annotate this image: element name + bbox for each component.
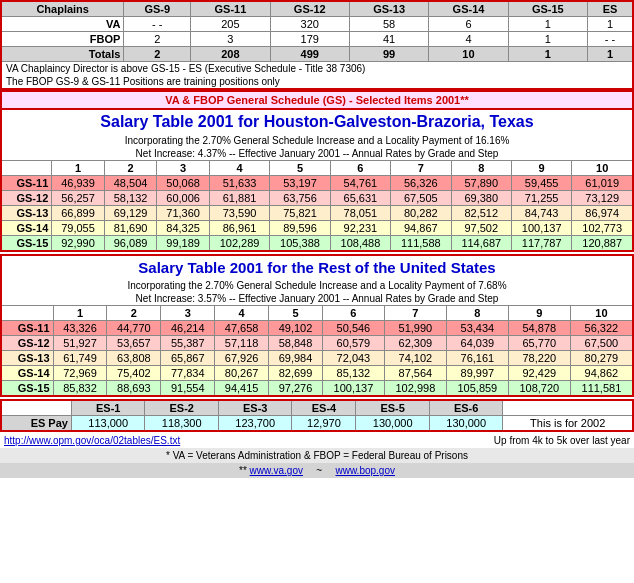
step-9: 9 (511, 161, 571, 176)
houston-gs12-s3: 60,006 (157, 191, 210, 206)
va-link[interactable]: www.va.gov (250, 465, 303, 476)
houston-gs12-s9: 71,255 (511, 191, 571, 206)
houston-gs15-s1: 92,990 (52, 236, 105, 252)
es6-header: ES-6 (429, 400, 503, 416)
step-2: 2 (104, 161, 157, 176)
us-gs12-s8: 64,039 (446, 336, 508, 351)
footer-stars: ** (239, 465, 247, 476)
va-fbop-label: VA & FBOP General Schedule (GS) - Select… (1, 91, 633, 108)
us-gs15-s10: 111,581 (570, 381, 633, 397)
totals-label: Totals (1, 47, 124, 62)
us-gs14-s1: 72,969 (53, 366, 107, 381)
bop-link[interactable]: www.bop.gov (335, 465, 394, 476)
col-gs13: GS-13 (349, 1, 428, 17)
us-gs12-s10: 67,500 (570, 336, 633, 351)
houston-gs12-s10: 73,129 (572, 191, 633, 206)
us-sub2: Net Increase: 3.57% -- Effective January… (1, 292, 633, 306)
us-gs11-s10: 56,322 (570, 321, 633, 336)
houston-gs14-s1: 79,055 (52, 221, 105, 236)
us-gs15-s3: 91,554 (161, 381, 215, 397)
houston-gs13-s5: 75,821 (270, 206, 330, 221)
us-gs13-s5: 69,984 (269, 351, 323, 366)
us-gs14-s3: 77,834 (161, 366, 215, 381)
houston-gs14-s2: 81,690 (104, 221, 157, 236)
houston-gs13-s1: 66,899 (52, 206, 105, 221)
es3-val: 123,700 (218, 416, 292, 432)
us-gs15-s7: 102,998 (384, 381, 446, 397)
es3-header: ES-3 (218, 400, 292, 416)
va-gs12: 320 (270, 17, 349, 32)
houston-gs11-s4: 51,633 (209, 176, 269, 191)
houston-gs13-s2: 69,129 (104, 206, 157, 221)
us-gs11-s1: 43,326 (53, 321, 107, 336)
houston-gs13-s7: 80,282 (391, 206, 451, 221)
fbop-row: FBOP 2 3 179 41 4 1 - - (1, 32, 633, 47)
us-gs15-s9: 108,720 (508, 381, 570, 397)
us-gs11-s7: 51,990 (384, 321, 446, 336)
es6-val: 130,000 (429, 416, 503, 432)
houston-sub1: Incorporating the 2.70% General Schedule… (1, 134, 633, 147)
fbop-label: FBOP (1, 32, 124, 47)
houston-gs15-s9: 117,787 (511, 236, 571, 252)
houston-gs13-s3: 71,360 (157, 206, 210, 221)
houston-gs15-s2: 96,089 (104, 236, 157, 252)
us-sub1-row: Incorporating the 2.70% General Schedule… (1, 279, 633, 292)
us-gs13-s1: 61,749 (53, 351, 107, 366)
us-sub1: Incorporating the 2.70% General Schedule… (1, 279, 633, 292)
es5-header: ES-5 (356, 400, 430, 416)
houston-gs15-s10: 120,887 (572, 236, 633, 252)
va-row: VA - - 205 320 58 6 1 1 (1, 17, 633, 32)
us-gs14-label: GS-14 (1, 366, 53, 381)
us-gs14-s5: 82,699 (269, 366, 323, 381)
us-gs13-label: GS-13 (1, 351, 53, 366)
va-fbop-header: VA & FBOP General Schedule (GS) - Select… (1, 91, 633, 108)
col-gs14: GS-14 (429, 1, 508, 17)
note1-text: VA Chaplaincy Director is above GS-15 - … (1, 62, 633, 76)
houston-gs12-s1: 56,257 (52, 191, 105, 206)
va-gs9: - - (124, 17, 191, 32)
us-gs13-s10: 80,279 (570, 351, 633, 366)
us-gs15-s4: 94,415 (215, 381, 269, 397)
houston-gs11-s9: 59,455 (511, 176, 571, 191)
es4-val: 12,970 (292, 416, 356, 432)
step-10: 10 (572, 161, 633, 176)
us-gs15-label: GS-15 (1, 381, 53, 397)
us-gs12-s4: 57,118 (215, 336, 269, 351)
us-step-2: 2 (107, 306, 161, 321)
houston-gs14-s9: 100,137 (511, 221, 571, 236)
es5-val: 130,000 (356, 416, 430, 432)
houston-gs13-s9: 84,743 (511, 206, 571, 221)
col-gs15: GS-15 (508, 1, 587, 17)
houston-step-header: 1 2 3 4 5 6 7 8 9 10 (1, 161, 633, 176)
us-step-9: 9 (508, 306, 570, 321)
totals-gs9: 2 (124, 47, 191, 62)
houston-gs13-s6: 78,051 (330, 206, 390, 221)
us-step-5: 5 (269, 306, 323, 321)
step-8: 8 (451, 161, 511, 176)
us-gs15-s8: 105,859 (446, 381, 508, 397)
houston-gs12-s2: 58,132 (104, 191, 157, 206)
es-note: This is for 2002 (503, 416, 633, 432)
step-4: 4 (209, 161, 269, 176)
us-gs11-row: GS-11 43,326 44,770 46,214 47,658 49,102… (1, 321, 633, 336)
us-step-1: 1 (53, 306, 107, 321)
col-gs11: GS-11 (191, 1, 270, 17)
us-gs14-s4: 80,267 (215, 366, 269, 381)
houston-gs12-row: GS-12 56,257 58,132 60,006 61,881 63,756… (1, 191, 633, 206)
us-gs11-s3: 46,214 (161, 321, 215, 336)
houston-gs11-s10: 61,019 (572, 176, 633, 191)
tilde-sep: ~ (311, 465, 328, 476)
houston-sub1-row: Incorporating the 2.70% General Schedule… (1, 134, 633, 147)
houston-gs13-row: GS-13 66,899 69,129 71,360 73,590 75,821… (1, 206, 633, 221)
col-gs12: GS-12 (270, 1, 349, 17)
us-gs13-s2: 63,808 (107, 351, 161, 366)
fbop-gs13: 41 (349, 32, 428, 47)
houston-gs14-label: GS-14 (1, 221, 52, 236)
houston-gs11-row: GS-11 46,939 48,504 50,068 51,633 53,197… (1, 176, 633, 191)
note2-text: The FBOP GS-9 & GS-11 Positions are trai… (1, 75, 633, 89)
us-gs11-s8: 53,434 (446, 321, 508, 336)
totals-gs14: 10 (429, 47, 508, 62)
opm-link[interactable]: http://www.opm.gov/oca/02tables/ES.txt (4, 435, 180, 446)
houston-gs15-row: GS-15 92,990 96,089 99,189 102,289 105,3… (1, 236, 633, 252)
col-es: ES (588, 1, 633, 17)
